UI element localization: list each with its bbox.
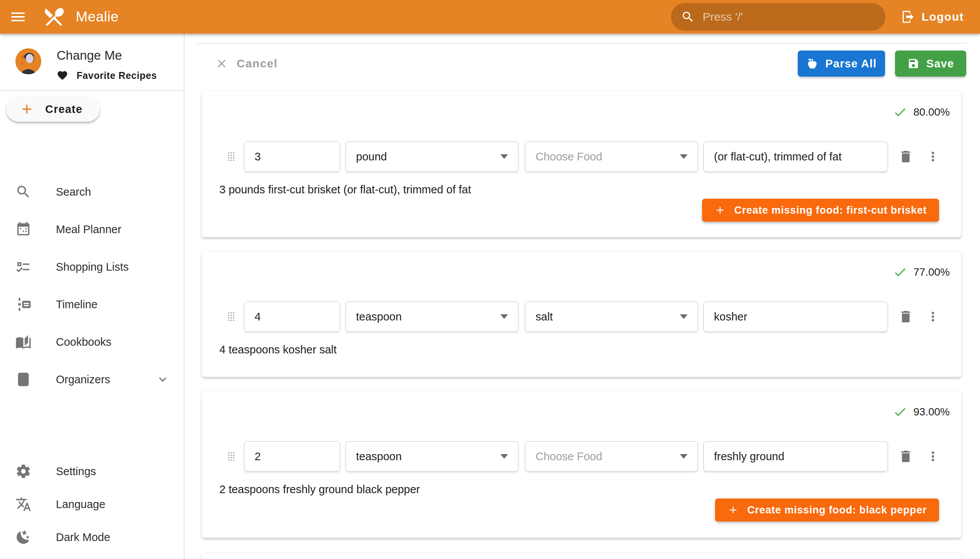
- sidebar-item-dark-mode[interactable]: Dark Mode: [0, 521, 184, 554]
- note-input[interactable]: [703, 441, 888, 472]
- food-select[interactable]: Choose Food: [525, 141, 698, 172]
- logout-label: Logout: [921, 10, 964, 23]
- search-input-wrapper[interactable]: [671, 3, 886, 31]
- unit-select[interactable]: teaspoon: [345, 301, 519, 332]
- create-missing-food-button[interactable]: Create missing food: first-cut brisket: [702, 199, 939, 222]
- trash-icon: [898, 309, 913, 324]
- plus-icon: [727, 504, 739, 516]
- food-select[interactable]: Choose Food: [525, 441, 698, 472]
- ingredient-card: 93.00% teaspoon Choose Food 2 teaspo: [202, 390, 962, 538]
- dropdown-caret-icon: [500, 454, 508, 459]
- kebab-menu-icon: [925, 449, 940, 464]
- dropdown-caret-icon: [680, 454, 687, 459]
- sidebar-item-meal-planner[interactable]: Meal Planner: [0, 210, 184, 248]
- confidence-value: 77.00%: [913, 266, 950, 278]
- unit-select[interactable]: pound: [345, 141, 519, 172]
- trash-icon: [898, 149, 913, 164]
- cancel-button[interactable]: Cancel: [215, 51, 278, 76]
- save-button[interactable]: Save: [895, 51, 966, 76]
- dropdown-caret-icon: [500, 314, 508, 319]
- original-ingredient-text: 4 teaspoons kosher salt: [219, 344, 337, 356]
- logout-icon: [901, 10, 915, 24]
- create-button[interactable]: Create: [6, 96, 100, 122]
- more-options-button[interactable]: [925, 149, 940, 164]
- gear-icon: [15, 463, 31, 480]
- sidebar-item-shopping-lists[interactable]: Shopping Lists: [0, 248, 184, 286]
- ingredient-parser-main: Cancel Parse All Save 80.00% pound Choos…: [185, 34, 980, 559]
- user-block: Change Me Favorite Recipes: [15, 48, 178, 81]
- confidence-indicator: 77.00%: [893, 265, 950, 280]
- note-input[interactable]: [703, 301, 888, 332]
- favorite-recipes-link[interactable]: Favorite Recipes: [57, 70, 157, 81]
- search-icon: [15, 184, 31, 200]
- book-open-icon: [15, 334, 31, 350]
- search-input[interactable]: [702, 10, 876, 23]
- sidebar-item-timeline[interactable]: Timeline: [0, 286, 184, 323]
- parse-all-button[interactable]: Parse All: [798, 51, 885, 76]
- delete-button[interactable]: [898, 449, 913, 464]
- menu-icon[interactable]: [9, 8, 27, 26]
- sidebar-footer: Settings Language Dark Mode: [0, 455, 184, 554]
- kebab-menu-icon: [925, 149, 940, 164]
- divider: [0, 90, 184, 91]
- quantity-input[interactable]: [244, 301, 340, 332]
- trash-icon: [898, 449, 913, 464]
- user-name: Change Me: [57, 48, 157, 63]
- create-label: Create: [45, 103, 82, 116]
- dropdown-caret-icon: [500, 154, 508, 159]
- quantity-input[interactable]: [244, 441, 340, 472]
- drag-handle-icon[interactable]: [224, 308, 238, 326]
- kebab-menu-icon: [925, 309, 940, 324]
- sidebar-item-cookbooks[interactable]: Cookbooks: [0, 323, 184, 361]
- more-options-button[interactable]: [925, 309, 940, 324]
- sidebar-item-settings[interactable]: Settings: [0, 455, 184, 488]
- delete-button[interactable]: [898, 309, 913, 324]
- ingredient-card: 80.00% pound Choose Food 3 pounds fi: [202, 91, 962, 237]
- dropdown-caret-icon: [680, 314, 687, 319]
- confidence-indicator: 80.00%: [893, 105, 950, 119]
- logout-button[interactable]: Logout: [901, 10, 964, 24]
- divider: [197, 43, 967, 44]
- ingredient-card-partial: [202, 552, 962, 559]
- unit-select[interactable]: teaspoon: [345, 441, 519, 472]
- translate-icon: [15, 496, 31, 512]
- more-options-button[interactable]: [925, 449, 940, 464]
- moon-icon: [15, 529, 31, 545]
- food-select[interactable]: salt: [525, 301, 698, 332]
- app-bar: Mealie Logout: [0, 0, 980, 34]
- original-ingredient-text: 2 teaspoons freshly ground black pepper: [219, 483, 420, 496]
- sidebar-item-organizers[interactable]: Organizers: [0, 361, 184, 398]
- sidebar-item-language[interactable]: Language: [0, 488, 184, 521]
- app-title: Mealie: [76, 9, 119, 25]
- original-ingredient-text: 3 pounds first-cut brisket (or flat-cut)…: [219, 184, 471, 196]
- check-icon: [893, 105, 907, 119]
- note-input[interactable]: [703, 141, 888, 172]
- save-icon: [907, 58, 919, 70]
- plus-icon: [714, 205, 726, 216]
- close-icon: [215, 57, 228, 70]
- check-icon: [893, 405, 907, 419]
- ingredient-card: 77.00% teaspoon salt 4 teaspoons kos: [202, 251, 962, 377]
- organizers-icon: [15, 371, 31, 387]
- chevron-down-icon: [155, 372, 170, 387]
- delete-button[interactable]: [898, 149, 913, 164]
- create-missing-food-button[interactable]: Create missing food: black pepper: [715, 498, 939, 521]
- sidebar: Change Me Favorite Recipes Create Search…: [0, 34, 185, 559]
- confidence-indicator: 93.00%: [893, 405, 950, 419]
- mealie-logo-icon: [42, 5, 66, 29]
- timeline-icon: [15, 296, 31, 313]
- confidence-value: 80.00%: [913, 106, 950, 118]
- apple-icon: [806, 58, 818, 70]
- drag-handle-icon[interactable]: [224, 448, 238, 465]
- checklist-icon: [15, 259, 31, 275]
- sidebar-nav: Search Meal Planner Shopping Lists Timel…: [0, 173, 184, 398]
- avatar[interactable]: [15, 48, 41, 74]
- drag-handle-icon[interactable]: [224, 148, 238, 165]
- quantity-input[interactable]: [244, 141, 340, 172]
- check-icon: [893, 265, 907, 280]
- calendar-icon: [15, 221, 31, 237]
- favorite-recipes-label: Favorite Recipes: [76, 70, 157, 81]
- confidence-value: 93.00%: [913, 406, 950, 418]
- sidebar-item-search[interactable]: Search: [0, 173, 184, 210]
- search-icon: [681, 10, 695, 24]
